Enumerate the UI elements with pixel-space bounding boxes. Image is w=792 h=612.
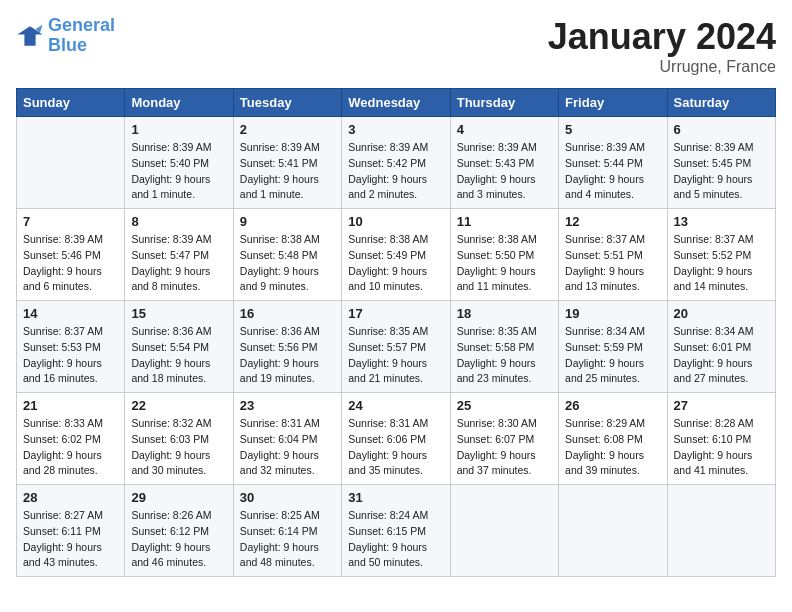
day-number: 18 — [457, 306, 552, 321]
calendar-cell: 20Sunrise: 8:34 AM Sunset: 6:01 PM Dayli… — [667, 301, 775, 393]
day-info: Sunrise: 8:39 AM Sunset: 5:43 PM Dayligh… — [457, 140, 552, 203]
day-info: Sunrise: 8:31 AM Sunset: 6:04 PM Dayligh… — [240, 416, 335, 479]
weekday-header-cell: Tuesday — [233, 89, 341, 117]
day-info: Sunrise: 8:36 AM Sunset: 5:56 PM Dayligh… — [240, 324, 335, 387]
day-info: Sunrise: 8:24 AM Sunset: 6:15 PM Dayligh… — [348, 508, 443, 571]
calendar-cell: 10Sunrise: 8:38 AM Sunset: 5:49 PM Dayli… — [342, 209, 450, 301]
calendar-cell: 15Sunrise: 8:36 AM Sunset: 5:54 PM Dayli… — [125, 301, 233, 393]
day-info: Sunrise: 8:39 AM Sunset: 5:41 PM Dayligh… — [240, 140, 335, 203]
day-info: Sunrise: 8:33 AM Sunset: 6:02 PM Dayligh… — [23, 416, 118, 479]
day-number: 25 — [457, 398, 552, 413]
calendar-cell: 22Sunrise: 8:32 AM Sunset: 6:03 PM Dayli… — [125, 393, 233, 485]
calendar-cell: 7Sunrise: 8:39 AM Sunset: 5:46 PM Daylig… — [17, 209, 125, 301]
day-number: 14 — [23, 306, 118, 321]
day-info: Sunrise: 8:34 AM Sunset: 5:59 PM Dayligh… — [565, 324, 660, 387]
calendar-cell: 9Sunrise: 8:38 AM Sunset: 5:48 PM Daylig… — [233, 209, 341, 301]
calendar-week-row: 28Sunrise: 8:27 AM Sunset: 6:11 PM Dayli… — [17, 485, 776, 577]
day-info: Sunrise: 8:37 AM Sunset: 5:52 PM Dayligh… — [674, 232, 769, 295]
day-info: Sunrise: 8:39 AM Sunset: 5:45 PM Dayligh… — [674, 140, 769, 203]
calendar-cell: 2Sunrise: 8:39 AM Sunset: 5:41 PM Daylig… — [233, 117, 341, 209]
day-number: 9 — [240, 214, 335, 229]
logo-icon — [16, 22, 44, 50]
day-number: 7 — [23, 214, 118, 229]
calendar-cell — [667, 485, 775, 577]
day-info: Sunrise: 8:26 AM Sunset: 6:12 PM Dayligh… — [131, 508, 226, 571]
day-number: 3 — [348, 122, 443, 137]
calendar-cell: 27Sunrise: 8:28 AM Sunset: 6:10 PM Dayli… — [667, 393, 775, 485]
day-info: Sunrise: 8:27 AM Sunset: 6:11 PM Dayligh… — [23, 508, 118, 571]
day-number: 4 — [457, 122, 552, 137]
weekday-header-cell: Friday — [559, 89, 667, 117]
day-number: 10 — [348, 214, 443, 229]
day-number: 29 — [131, 490, 226, 505]
calendar-cell — [450, 485, 558, 577]
calendar-cell: 31Sunrise: 8:24 AM Sunset: 6:15 PM Dayli… — [342, 485, 450, 577]
calendar-cell: 24Sunrise: 8:31 AM Sunset: 6:06 PM Dayli… — [342, 393, 450, 485]
day-number: 6 — [674, 122, 769, 137]
day-number: 31 — [348, 490, 443, 505]
calendar-cell: 12Sunrise: 8:37 AM Sunset: 5:51 PM Dayli… — [559, 209, 667, 301]
day-info: Sunrise: 8:36 AM Sunset: 5:54 PM Dayligh… — [131, 324, 226, 387]
calendar-cell: 8Sunrise: 8:39 AM Sunset: 5:47 PM Daylig… — [125, 209, 233, 301]
day-info: Sunrise: 8:38 AM Sunset: 5:50 PM Dayligh… — [457, 232, 552, 295]
day-info: Sunrise: 8:37 AM Sunset: 5:51 PM Dayligh… — [565, 232, 660, 295]
calendar-table: SundayMondayTuesdayWednesdayThursdayFrid… — [16, 88, 776, 577]
day-info: Sunrise: 8:38 AM Sunset: 5:49 PM Dayligh… — [348, 232, 443, 295]
day-info: Sunrise: 8:39 AM Sunset: 5:47 PM Dayligh… — [131, 232, 226, 295]
day-number: 24 — [348, 398, 443, 413]
day-number: 5 — [565, 122, 660, 137]
day-number: 22 — [131, 398, 226, 413]
calendar-cell: 13Sunrise: 8:37 AM Sunset: 5:52 PM Dayli… — [667, 209, 775, 301]
day-number: 11 — [457, 214, 552, 229]
calendar-cell: 29Sunrise: 8:26 AM Sunset: 6:12 PM Dayli… — [125, 485, 233, 577]
day-number: 27 — [674, 398, 769, 413]
calendar-cell: 3Sunrise: 8:39 AM Sunset: 5:42 PM Daylig… — [342, 117, 450, 209]
logo: General Blue — [16, 16, 115, 56]
day-number: 19 — [565, 306, 660, 321]
calendar-cell: 26Sunrise: 8:29 AM Sunset: 6:08 PM Dayli… — [559, 393, 667, 485]
day-info: Sunrise: 8:39 AM Sunset: 5:40 PM Dayligh… — [131, 140, 226, 203]
day-number: 20 — [674, 306, 769, 321]
day-number: 21 — [23, 398, 118, 413]
day-number: 26 — [565, 398, 660, 413]
calendar-cell: 25Sunrise: 8:30 AM Sunset: 6:07 PM Dayli… — [450, 393, 558, 485]
day-info: Sunrise: 8:25 AM Sunset: 6:14 PM Dayligh… — [240, 508, 335, 571]
logo-text: General Blue — [48, 16, 115, 56]
weekday-header-cell: Monday — [125, 89, 233, 117]
day-info: Sunrise: 8:30 AM Sunset: 6:07 PM Dayligh… — [457, 416, 552, 479]
day-info: Sunrise: 8:39 AM Sunset: 5:44 PM Dayligh… — [565, 140, 660, 203]
calendar-cell — [559, 485, 667, 577]
day-number: 13 — [674, 214, 769, 229]
day-info: Sunrise: 8:39 AM Sunset: 5:42 PM Dayligh… — [348, 140, 443, 203]
day-info: Sunrise: 8:39 AM Sunset: 5:46 PM Dayligh… — [23, 232, 118, 295]
calendar-cell — [17, 117, 125, 209]
day-number: 28 — [23, 490, 118, 505]
day-info: Sunrise: 8:38 AM Sunset: 5:48 PM Dayligh… — [240, 232, 335, 295]
calendar-cell: 19Sunrise: 8:34 AM Sunset: 5:59 PM Dayli… — [559, 301, 667, 393]
day-number: 23 — [240, 398, 335, 413]
calendar-cell: 17Sunrise: 8:35 AM Sunset: 5:57 PM Dayli… — [342, 301, 450, 393]
calendar-cell: 1Sunrise: 8:39 AM Sunset: 5:40 PM Daylig… — [125, 117, 233, 209]
calendar-cell: 14Sunrise: 8:37 AM Sunset: 5:53 PM Dayli… — [17, 301, 125, 393]
day-info: Sunrise: 8:32 AM Sunset: 6:03 PM Dayligh… — [131, 416, 226, 479]
calendar-week-row: 14Sunrise: 8:37 AM Sunset: 5:53 PM Dayli… — [17, 301, 776, 393]
calendar-cell: 18Sunrise: 8:35 AM Sunset: 5:58 PM Dayli… — [450, 301, 558, 393]
day-number: 16 — [240, 306, 335, 321]
day-number: 30 — [240, 490, 335, 505]
calendar-cell: 30Sunrise: 8:25 AM Sunset: 6:14 PM Dayli… — [233, 485, 341, 577]
calendar-cell: 11Sunrise: 8:38 AM Sunset: 5:50 PM Dayli… — [450, 209, 558, 301]
day-number: 2 — [240, 122, 335, 137]
day-info: Sunrise: 8:29 AM Sunset: 6:08 PM Dayligh… — [565, 416, 660, 479]
calendar-cell: 4Sunrise: 8:39 AM Sunset: 5:43 PM Daylig… — [450, 117, 558, 209]
day-number: 12 — [565, 214, 660, 229]
weekday-header-cell: Wednesday — [342, 89, 450, 117]
weekday-header-cell: Saturday — [667, 89, 775, 117]
calendar-body: 1Sunrise: 8:39 AM Sunset: 5:40 PM Daylig… — [17, 117, 776, 577]
day-number: 1 — [131, 122, 226, 137]
calendar-week-row: 7Sunrise: 8:39 AM Sunset: 5:46 PM Daylig… — [17, 209, 776, 301]
day-number: 15 — [131, 306, 226, 321]
location-title: Urrugne, France — [548, 58, 776, 76]
day-info: Sunrise: 8:34 AM Sunset: 6:01 PM Dayligh… — [674, 324, 769, 387]
day-number: 8 — [131, 214, 226, 229]
calendar-cell: 28Sunrise: 8:27 AM Sunset: 6:11 PM Dayli… — [17, 485, 125, 577]
